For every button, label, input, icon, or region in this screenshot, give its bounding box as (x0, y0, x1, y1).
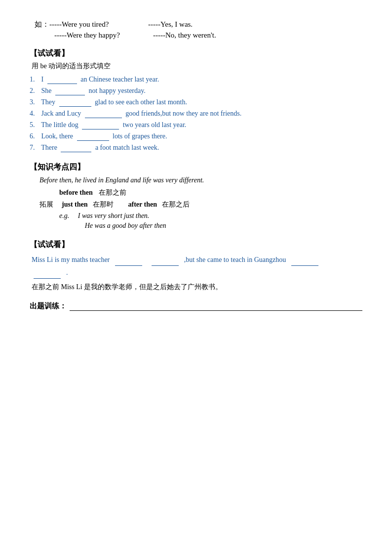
fill-cont: ,but she came to teach in Guangzhou (182, 256, 287, 263)
example-row-1: 如： -----Were you tired? -----Yes, I was. (30, 20, 362, 29)
text-after-6: lots of grapes there. (111, 132, 167, 140)
section1: 【试试看】 用 be 动词的适当形式填空 1. I an Chinese tea… (30, 48, 362, 152)
just-then-cn: 在那时 (93, 200, 114, 209)
example-a2: -----No, they weren't. (153, 31, 216, 40)
fill-sentence: Miss Li is my maths teacher ,but she cam… (30, 253, 362, 279)
vocab-before-then-cn: 在那之前 (99, 188, 126, 197)
vocab-before-then-en: before then (59, 189, 93, 197)
exercise-list: 1. I an Chinese teacher last year. 2. Sh… (30, 76, 362, 152)
section2-title: 【知识考点四】 (30, 162, 362, 172)
text-after-4: good friends,but now they are not friend… (124, 110, 241, 118)
exercise-2: 2. She not happy yesterday. (30, 87, 362, 95)
eg-label: e.g. (59, 212, 69, 219)
eg-row-1: e.g. I was very short just then. (30, 212, 362, 220)
num-4: 4. (30, 110, 39, 118)
fill-space (146, 256, 148, 263)
num-6: 6. (30, 132, 39, 140)
exercise-7: 7. There a foot match last week. (30, 144, 362, 152)
section2: 【知识考点四】 Before then, he lived in England… (30, 162, 362, 230)
text-before-1: I (39, 76, 45, 84)
fill-blank-1 (115, 253, 142, 266)
num-3: 3. (30, 98, 39, 106)
text-before-7: There (39, 144, 59, 152)
tuozhan-row: 拓展 just then 在那时 after then 在那之后 (30, 200, 362, 209)
blank-4 (85, 110, 122, 118)
blank-2 (55, 87, 85, 95)
vocab-main-row: before then 在那之前 (30, 188, 362, 197)
just-then-en: just then (62, 201, 88, 209)
translation-line: 在那之前 Miss Li 是我的数学老师，但是之后她去了广州教书。 (30, 283, 362, 292)
output-blank (70, 302, 362, 311)
example-a1: -----Yes, I was. (148, 20, 193, 29)
exercise-1: 1. I an Chinese teacher last year. (30, 76, 362, 84)
knowledge-example: Before then, he lived in England and lif… (30, 176, 362, 184)
section3: 【试试看】 Miss Li is my maths teacher ,but s… (30, 240, 362, 292)
section1-instruction: 用 be 动词的适当形式填空 (30, 62, 362, 71)
example-label: 如： (35, 20, 49, 29)
after-then-en: after then (128, 201, 157, 209)
section1-title: 【试试看】 (30, 48, 362, 59)
fill-blank-4 (34, 266, 61, 279)
exercise-4: 4. Jack and Lucy good friends,but now th… (30, 110, 362, 118)
fill-blank-2 (152, 253, 179, 266)
example-row-2: -----Were they happy? -----No, they were… (30, 31, 362, 40)
text-after-3: glad to see each other last month. (93, 98, 188, 106)
text-before-2: She (39, 87, 53, 95)
blank-6 (77, 132, 109, 141)
after-then-cn: 在那之后 (162, 200, 190, 209)
example-q2: -----Were they happy? (54, 31, 153, 40)
output-line: 出题训练： (30, 301, 362, 311)
example-q1: -----Were you tired? (49, 20, 148, 29)
blank-1 (47, 76, 77, 84)
eg-line-2: He was a good boy after then (85, 222, 166, 229)
num-5: 5. (30, 121, 39, 129)
text-before-6: Look, there (39, 132, 75, 140)
text-after-2: not happy yesterday. (87, 87, 146, 95)
num-7: 7. (30, 144, 39, 152)
text-after-5: two years old last year. (121, 121, 186, 129)
fill-label: Miss Li is my maths teacher (32, 256, 112, 263)
text-before-4: Jack and Lucy (39, 110, 83, 118)
exercise-3: 3. They glad to see each other last mont… (30, 98, 362, 107)
eg-line-1: I was very short just then. (78, 212, 150, 219)
exercise-5: 5. The little dog two years old last yea… (30, 121, 362, 129)
section3-title: 【试试看】 (30, 240, 362, 250)
blank-7 (61, 144, 91, 152)
blank-3 (59, 98, 91, 107)
text-after-1: an Chinese teacher last year. (79, 76, 159, 84)
num-2: 2. (30, 87, 39, 95)
blank-5 (82, 121, 119, 129)
eg-row-2: e.g. He was a good boy after then (30, 222, 362, 230)
num-1: 1. (30, 76, 39, 84)
text-after-7: a foot match last week. (93, 144, 159, 152)
text-before-5: The little dog (39, 121, 80, 129)
exercise-6: 6. Look, there lots of grapes there. (30, 132, 362, 141)
example-section: 如： -----Were you tired? -----Yes, I was.… (30, 20, 362, 40)
fill-blank-3 (291, 253, 318, 266)
output-label: 出题训练： (30, 301, 67, 311)
text-before-3: They (39, 98, 57, 106)
tuozhan-label: 拓展 (39, 200, 57, 209)
fill-period: . (65, 269, 68, 276)
